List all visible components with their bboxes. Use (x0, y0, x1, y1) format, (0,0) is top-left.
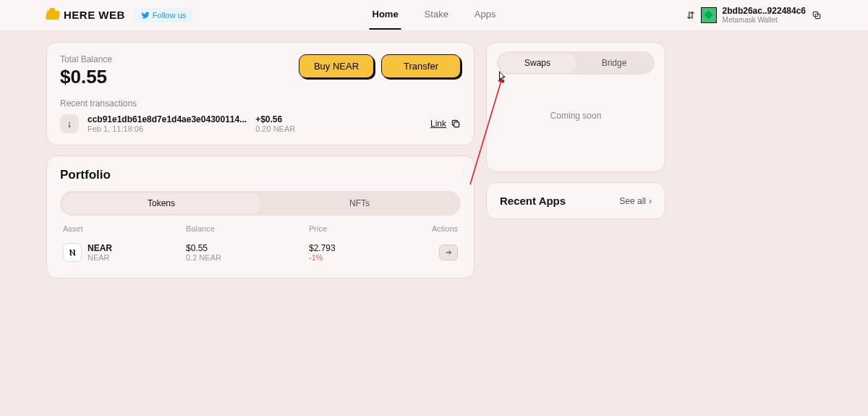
wallet-avatar (701, 7, 717, 23)
transaction-link[interactable]: Link (430, 119, 461, 129)
portfolio-segment: Tokens NFTs (60, 191, 461, 216)
tab-bridge[interactable]: Bridge (576, 54, 652, 72)
asset-change: -1% (309, 253, 414, 262)
buy-near-button[interactable]: Buy NEAR (299, 54, 374, 78)
see-all-link[interactable]: See all › (619, 196, 652, 206)
brand-icon (46, 11, 60, 20)
chevron-right-icon: › (649, 196, 652, 206)
total-balance-value: $0.55 (60, 66, 112, 88)
asset-name: NEAR (88, 243, 112, 253)
transaction-hash: ccb91e1db61e8d7e1d4ae3e04300114... (88, 114, 247, 124)
tab-nfts[interactable]: NFTs (260, 193, 459, 213)
portfolio-header: Asset Balance Price Actions (60, 224, 461, 239)
brand-name: HERE WEB (64, 9, 125, 21)
wallet-address: 2bdb26ac..922484c6 (723, 6, 806, 16)
transfer-button[interactable]: Transfer (381, 54, 461, 78)
near-icon: Ⲛ (63, 243, 82, 262)
transaction-row: ↓ ccb91e1db61e8d7e1d4ae3e04300114... Feb… (60, 114, 461, 133)
swaps-segment: Swaps Bridge (497, 51, 655, 75)
follow-us-button[interactable]: Follow us (134, 8, 193, 22)
table-row: Ⲛ NEAR NEAR $0.55 0.2 NEAR $2.793 -1% (60, 239, 461, 266)
tab-home[interactable]: Home (369, 0, 401, 30)
svg-rect-3 (454, 122, 459, 127)
balance-card: Total Balance $0.55 Buy NEAR Transfer Re… (46, 42, 475, 145)
wallet-info: 2bdb26ac..922484c6 Metamask Wallet (723, 6, 806, 24)
wallet-widget[interactable]: ⇵ 2bdb26ac..922484c6 Metamask Wallet (686, 6, 822, 24)
asset-balance-native: 0.2 NEAR (186, 253, 309, 262)
recent-apps-card: Recent Apps See all › (486, 182, 665, 219)
portfolio-card: Portfolio Tokens NFTs Asset Balance Pric… (46, 156, 475, 279)
transaction-amount-usd: +$0.56 (255, 114, 295, 124)
wallet-provider: Metamask Wallet (723, 16, 806, 24)
transaction-link-label: Link (430, 119, 446, 129)
tab-stake[interactable]: Stake (422, 0, 451, 30)
see-all-label: See all (619, 196, 646, 206)
brand: HERE WEB (46, 9, 125, 21)
main-content: Total Balance $0.55 Buy NEAR Transfer Re… (0, 30, 868, 290)
asset-price: $2.793 (309, 243, 414, 253)
asset-action-button[interactable] (439, 245, 458, 260)
swap-icon[interactable]: ⇵ (686, 9, 695, 21)
col-balance: Balance (186, 224, 309, 233)
col-asset: Asset (63, 224, 186, 233)
tab-swaps[interactable]: Swaps (499, 54, 576, 72)
asset-balance-usd: $0.55 (186, 243, 309, 253)
arrow-right-icon (443, 249, 454, 256)
col-actions: Actions (414, 224, 458, 233)
tab-tokens[interactable]: Tokens (62, 193, 260, 213)
col-price: Price (309, 224, 414, 233)
recent-apps-title: Recent Apps (500, 195, 566, 207)
total-balance-label: Total Balance (60, 54, 112, 64)
twitter-icon (141, 11, 150, 20)
top-nav: HERE WEB Follow us Home Stake Apps ⇵ 2bd… (0, 0, 868, 30)
nav-tabs: Home Stake Apps (369, 0, 498, 30)
portfolio-title: Portfolio (60, 168, 461, 182)
incoming-icon: ↓ (60, 114, 79, 133)
follow-us-label: Follow us (153, 11, 186, 20)
tab-apps[interactable]: Apps (472, 0, 499, 30)
external-link-icon (451, 119, 461, 129)
copy-icon[interactable] (812, 10, 822, 20)
transaction-amount-native: 0.20 NEAR (255, 124, 295, 133)
cursor-icon (499, 71, 508, 82)
asset-symbol: NEAR (88, 253, 112, 262)
transaction-date: Feb 1, 11:18:06 (88, 124, 247, 133)
coming-soon-label: Coming soon (497, 75, 655, 171)
swaps-card: Swaps Bridge Coming soon (486, 42, 665, 172)
recent-transactions-label: Recent transactions (60, 98, 461, 109)
